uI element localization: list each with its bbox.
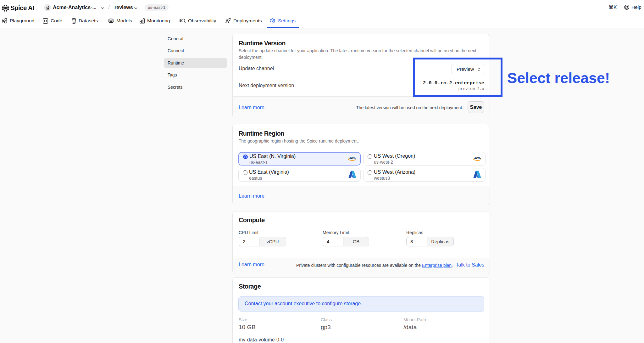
- svg-text:aws: aws: [474, 155, 481, 160]
- svg-text:aws: aws: [349, 155, 356, 160]
